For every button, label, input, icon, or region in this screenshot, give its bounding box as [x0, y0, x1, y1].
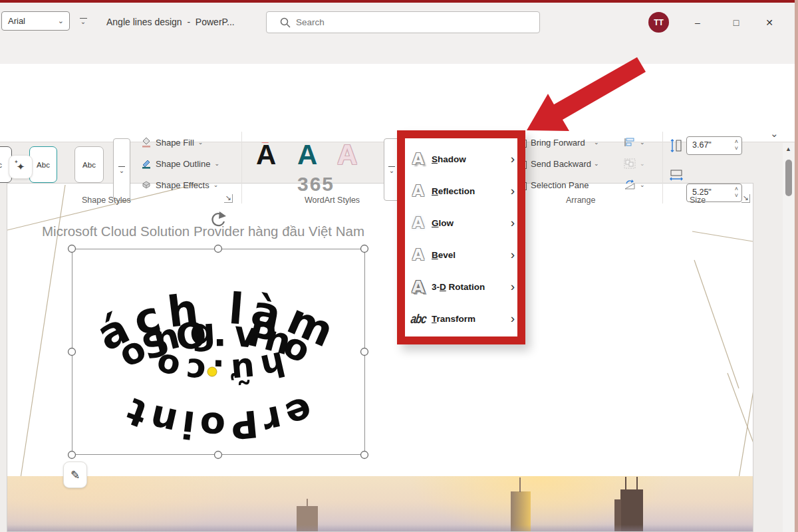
align-button[interactable]: ⌄ — [624, 135, 645, 150]
antenna — [519, 477, 521, 492]
menu-item-bevel[interactable]: A Bevel › — [405, 239, 517, 271]
adjust-handle[interactable] — [207, 367, 217, 376]
wordart-style-thumbnail[interactable]: A — [297, 141, 317, 169]
chevron-right-icon: › — [511, 184, 517, 198]
shape-outline-button[interactable]: Shape Outline ⌄ — [141, 156, 219, 171]
menu-item-3d-rotation[interactable]: A 3-D Rotation › — [405, 271, 517, 303]
chevron-down-icon[interactable]: ⌄ — [594, 160, 599, 167]
shape-styles-group-label: Shape Styles — [82, 196, 131, 205]
send-backward-button[interactable]: Send Backward — [515, 156, 591, 171]
chevron-down-icon[interactable]: ⌄ — [58, 17, 69, 25]
shape-style-thumbnail[interactable]: Abc — [29, 146, 57, 183]
chevron-down-icon: ⌄ — [640, 160, 645, 167]
designer-button[interactable]: ✦ ✦ — [9, 155, 33, 179]
antenna — [625, 477, 626, 490]
glow-effect-icon: A — [405, 214, 432, 231]
building-silhouette — [297, 506, 318, 532]
powerpoint-window: Arial ⌄ ⌄ Angle lines design - PowerP...… — [0, 0, 798, 532]
wordart-style-thumbnail[interactable]: A — [337, 141, 357, 169]
chevron-right-icon: › — [511, 279, 517, 294]
watermark-tagline: Microsoft Cloud Solution Provider hàng đ… — [42, 223, 364, 239]
wordart-style-thumbnail[interactable]: A — [256, 141, 276, 169]
shape-fill-icon — [141, 137, 152, 148]
minimize-button[interactable]: – — [686, 13, 709, 33]
chevron-down-icon[interactable]: ⌄ — [594, 139, 599, 146]
shape-width-icon — [669, 168, 684, 182]
shape-fill-button[interactable]: Shape Fill ⌄ — [141, 135, 203, 150]
shadow-effect-icon: A — [405, 150, 432, 168]
maximize-button[interactable]: □ — [725, 13, 747, 33]
menu-item-shadow[interactable]: A Shadow › — [405, 143, 517, 175]
shape-height-icon — [669, 138, 684, 153]
scroll-up-icon[interactable]: ▲ — [785, 146, 791, 152]
document-title: Angle lines design - PowerP... — [106, 17, 235, 27]
rotate-icon — [624, 180, 636, 190]
transform-effect-icon: abc — [405, 313, 432, 325]
pen-icon: ✎ — [70, 468, 80, 482]
chevron-down-icon: ⌄ — [640, 139, 645, 146]
chevron-down-icon: ⌄ — [198, 139, 203, 146]
align-icon — [624, 137, 636, 148]
shape-styles-dialog-launcher-icon[interactable]: ↘ — [224, 194, 233, 203]
group-button[interactable]: ⌄ — [624, 156, 645, 171]
shape-height-field[interactable]: ˄˅ — [686, 136, 742, 155]
wordart-styles-group-label: WordArt Styles — [305, 196, 360, 205]
search-input[interactable] — [296, 12, 535, 33]
size-group-label: Size — [690, 196, 706, 205]
close-button[interactable]: ✕ — [758, 13, 781, 33]
slide[interactable]: Microsoft Cloud Solution Provider hàng đ… — [7, 183, 753, 532]
quick-access-more-icon[interactable]: ⌄ — [78, 16, 88, 28]
chevron-down-icon: ⌄ — [213, 182, 219, 188]
bring-forward-button[interactable]: Bring Forward — [515, 135, 585, 150]
watermark-365: 365 — [297, 173, 334, 196]
title-bar: Arial ⌄ ⌄ Angle lines design - PowerP...… — [0, 3, 798, 37]
spin-down-icon[interactable]: ˅ — [735, 145, 738, 152]
chevron-down-icon: ⌄ — [640, 182, 645, 188]
building-silhouette — [620, 489, 643, 532]
reflection-effect-icon: A — [405, 182, 432, 200]
chevron-right-icon: › — [511, 311, 517, 326]
chevron-right-icon: › — [511, 247, 517, 262]
shape-outline-icon — [141, 158, 152, 169]
3d-rotation-effect-icon: A — [405, 277, 432, 297]
avatar[interactable]: TT — [648, 12, 669, 33]
group-icon — [624, 158, 636, 169]
scrollbar-thumb[interactable] — [785, 160, 792, 196]
ink-replay-button[interactable]: ✎ — [63, 462, 87, 488]
font-name-value: Arial — [2, 16, 58, 26]
shape-styles-gallery-more-button[interactable]: ⌄ — [113, 138, 130, 201]
spin-up-icon[interactable]: ˄ — [735, 138, 738, 145]
building-silhouette — [511, 491, 531, 532]
shape-style-thumbnail[interactable]: Abc — [74, 146, 104, 183]
menu-item-reflection[interactable]: A Reflection › — [405, 175, 517, 207]
spin-down-icon[interactable]: ˅ — [735, 192, 738, 199]
ribbon-collapse-icon[interactable]: ⌄ — [770, 128, 779, 140]
selection-pane-button[interactable]: Selection Pane — [515, 178, 589, 192]
antenna — [636, 477, 638, 490]
search-icon — [280, 17, 291, 28]
rotate-button[interactable]: ⌄ — [624, 178, 645, 192]
wordart-text[interactable]: ách làm ong Po SO.vn hữ.co erPoint — [89, 284, 346, 448]
skyline-image[interactable] — [7, 476, 753, 532]
menu-item-transform[interactable]: abc Transform › — [405, 303, 517, 334]
chevron-down-icon: ⌄ — [214, 160, 219, 167]
menu-item-glow[interactable]: A Glow › — [405, 207, 517, 239]
spin-up-icon[interactable]: ˄ — [735, 186, 738, 192]
chevron-right-icon: › — [511, 152, 517, 166]
antenna — [307, 499, 308, 507]
bevel-effect-icon: A — [405, 246, 432, 263]
sparkle-icon: ✦ — [14, 159, 19, 165]
wordart-selection[interactable]: ách làm ong Po SO.vn hữ.co erPoint — [72, 249, 365, 455]
font-name-combobox[interactable]: Arial ⌄ — [1, 11, 70, 31]
arrange-group-label: Arrange — [566, 196, 595, 205]
shape-effects-icon — [141, 180, 152, 190]
building-silhouette — [614, 499, 621, 532]
size-dialog-launcher-icon[interactable]: ↘ — [741, 194, 750, 203]
screenshot-edge-strip — [795, 0, 798, 532]
svg-text:erPoint: erPoint — [117, 388, 318, 448]
shape-effects-button[interactable]: Shape Effects ⌄ — [141, 178, 218, 192]
text-effects-menu: A Shadow › A Reflection › A Glow › A Bev… — [397, 130, 525, 344]
search-box[interactable] — [266, 11, 540, 33]
scrollbar-track[interactable] — [783, 143, 794, 532]
ribbon-tab-row: Transitions Animations Slide Show Record… — [0, 37, 798, 64]
